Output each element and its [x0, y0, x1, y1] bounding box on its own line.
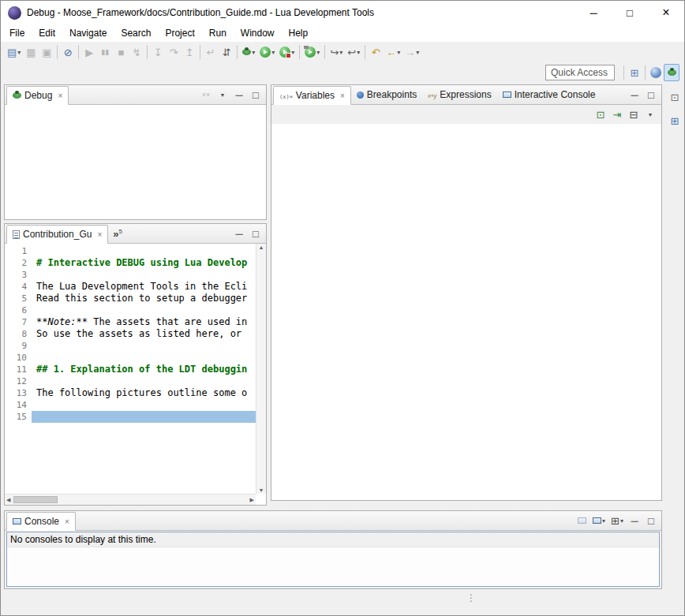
scroll-up-icon[interactable]: ▲ — [259, 245, 264, 250]
menu-window[interactable]: Window — [234, 24, 282, 42]
display-selected-console-icon[interactable]: ▾ — [590, 512, 608, 529]
menu-run[interactable]: Run — [202, 24, 234, 42]
step-into-icon[interactable]: ↧ — [150, 43, 166, 61]
remove-all-terminated-icon[interactable]: ×× — [198, 86, 214, 103]
previous-annotation-icon[interactable]: ↩▾ — [345, 43, 362, 61]
code-line[interactable] — [32, 245, 256, 257]
debug-view-content[interactable] — [5, 105, 266, 219]
code-line-current[interactable] — [32, 411, 256, 423]
menu-navigate[interactable]: Navigate — [62, 24, 114, 42]
maximize-button[interactable]: □ — [612, 1, 648, 24]
editor-vertical-scrollbar[interactable]: ▲ ▼ — [256, 244, 266, 494]
maximize-view-icon[interactable]: □ — [248, 86, 264, 103]
dropdown-arrow-icon[interactable]: ▾ — [271, 49, 275, 56]
menu-search[interactable]: Search — [114, 24, 158, 42]
editor-tab-overflow[interactable]: » 5 — [108, 224, 127, 243]
code-line[interactable] — [32, 399, 256, 411]
code-line[interactable] — [32, 352, 256, 364]
tab-expressions[interactable]: Expressions — [422, 85, 496, 104]
back-icon[interactable]: ←▾ — [384, 43, 402, 61]
close-icon[interactable]: × — [58, 91, 62, 100]
menu-file[interactable]: File — [2, 24, 32, 42]
restore-minimized-view-icon[interactable]: ⊡ — [667, 88, 683, 106]
tab-debug[interactable]: Debug × — [6, 86, 69, 105]
variables-content[interactable] — [271, 124, 661, 500]
dropdown-arrow-icon[interactable]: ▾ — [291, 49, 294, 56]
quick-access-box[interactable]: Quick Access — [545, 65, 615, 80]
code-line[interactable]: The Lua Development Tools in the Ecli — [32, 281, 256, 293]
dropdown-arrow-icon[interactable]: ▾ — [339, 49, 342, 56]
show-logical-structure-icon[interactable]: ⊡ — [593, 106, 608, 123]
statusbar-drag-handle[interactable]: ⋮ — [466, 593, 476, 603]
code-line[interactable] — [32, 269, 256, 281]
debug-perspective-button[interactable] — [664, 64, 679, 81]
dropdown-arrow-icon[interactable]: ▾ — [252, 49, 255, 56]
new-console-icon[interactable]: ⊞▾ — [608, 512, 626, 529]
terminate-icon[interactable]: ■ — [113, 43, 129, 61]
skip-all-breakpoints-icon[interactable]: ⊘ — [60, 43, 76, 61]
save-all-icon[interactable]: ▣ — [39, 43, 54, 61]
code-line[interactable] — [32, 304, 256, 316]
code-line[interactable]: Read this section to setup a debugger — [32, 293, 256, 304]
view-menu-icon[interactable]: ▼ — [642, 106, 658, 123]
view-menu-icon[interactable]: ▼ — [215, 86, 230, 103]
close-button[interactable]: × — [648, 1, 684, 24]
next-annotation-icon[interactable]: ↪▾ — [328, 43, 345, 61]
console-content[interactable]: No consoles to display at this time. — [6, 532, 660, 587]
menu-help[interactable]: Help — [282, 24, 316, 42]
code-line[interactable] — [32, 340, 256, 352]
minimize-view-icon[interactable]: ─ — [231, 225, 247, 242]
use-step-filters-icon[interactable]: ⇵ — [219, 43, 234, 61]
resume-icon[interactable]: ▶ — [81, 43, 97, 61]
drop-to-frame-icon[interactable]: ↵ — [203, 43, 219, 61]
horizontal-sash-debug-editor[interactable] — [4, 220, 267, 223]
external-tools-icon[interactable]: ▾ — [302, 43, 322, 61]
save-icon[interactable]: ▦ — [23, 43, 39, 61]
last-edit-location-icon[interactable]: ↶ — [368, 43, 384, 61]
tab-variables[interactable]: Variables× — [273, 86, 351, 105]
tab-breakpoints[interactable]: Breakpoints — [351, 85, 422, 104]
minimize-view-icon[interactable]: ─ — [627, 512, 642, 529]
disconnect-icon[interactable]: ↯ — [129, 43, 144, 61]
scrollbar-thumb[interactable] — [13, 496, 58, 503]
add-watch-icon[interactable]: ⇥ — [609, 106, 625, 123]
editor-horizontal-scrollbar[interactable]: ◀ ▶ — [5, 494, 256, 505]
menu-project[interactable]: Project — [158, 24, 201, 42]
vertical-sash[interactable] — [267, 84, 271, 501]
close-icon[interactable]: × — [65, 517, 69, 526]
run-icon[interactable]: ▾ — [257, 43, 277, 61]
code-line[interactable] — [32, 375, 256, 387]
collapse-all-icon[interactable]: ⊟ — [626, 106, 642, 123]
code-line[interactable]: The following pictures outline some o — [32, 387, 256, 399]
code-line[interactable]: **Note:** The assets that are used in — [32, 316, 256, 328]
code-line[interactable]: So use the assets as listed here, or — [32, 328, 256, 340]
maximize-view-icon[interactable]: □ — [643, 86, 659, 103]
new-wizard-icon[interactable]: ▤▾ — [5, 43, 23, 61]
code-line[interactable]: ## 1. Explanation of the LDT debuggin — [32, 364, 256, 375]
close-icon[interactable]: × — [340, 91, 345, 100]
forward-icon[interactable]: →▾ — [402, 43, 421, 61]
tab-console[interactable]: Console × — [6, 512, 76, 531]
close-icon[interactable]: × — [97, 230, 102, 239]
editor-body[interactable]: 123456789101112131415 # Interactive DEBU… — [5, 244, 266, 505]
dropdown-arrow-icon[interactable]: ▾ — [17, 49, 21, 56]
menu-edit[interactable]: Edit — [32, 24, 62, 42]
minimize-button[interactable]: ─ — [575, 1, 612, 24]
lua-perspective-button[interactable] — [648, 64, 664, 81]
minimize-view-icon[interactable]: ─ — [627, 86, 642, 103]
step-over-icon[interactable]: ↷ — [166, 43, 182, 61]
dropdown-arrow-icon[interactable]: ▾ — [316, 49, 320, 56]
minimize-view-icon[interactable]: ─ — [231, 86, 247, 103]
editor-lines[interactable]: # Interactive DEBUG using Lua DevelopThe… — [32, 244, 256, 505]
scroll-left-icon[interactable]: ◀ — [6, 497, 10, 502]
open-console-icon[interactable] — [574, 512, 590, 529]
maximize-view-icon[interactable]: □ — [643, 512, 659, 529]
coverage-icon[interactable]: ▾ — [277, 43, 297, 61]
scroll-down-icon[interactable]: ▼ — [259, 487, 264, 493]
step-return-icon[interactable]: ↥ — [182, 43, 197, 61]
suspend-icon[interactable]: ▮▮ — [97, 43, 113, 61]
dropdown-arrow-icon[interactable]: ▾ — [357, 49, 360, 56]
code-line[interactable]: # Interactive DEBUG using Lua Develop — [32, 257, 256, 269]
dropdown-arrow-icon[interactable]: ▾ — [416, 49, 419, 56]
dropdown-arrow-icon[interactable]: ▾ — [397, 49, 400, 56]
